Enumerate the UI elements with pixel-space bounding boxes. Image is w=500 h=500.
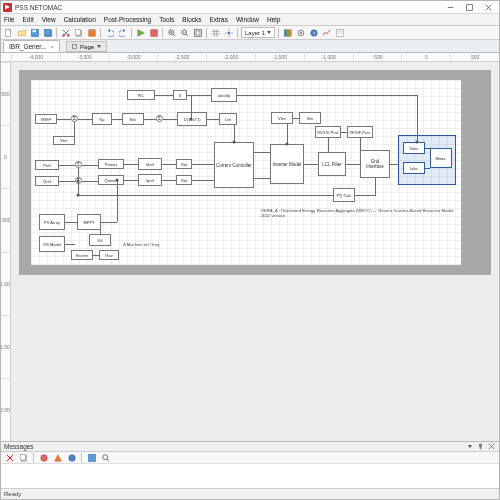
block-idref[interactable]: Idref xyxy=(138,158,162,170)
snap-toggle-icon[interactable] xyxy=(223,27,234,38)
msg-find-icon[interactable] xyxy=(100,452,111,463)
messages-title: Messages xyxy=(4,443,34,450)
block-kdq[interactable]: Kd xyxy=(89,234,111,246)
ruler-tick: -1,000 xyxy=(304,54,353,60)
block-iabc[interactable]: Iabc xyxy=(403,162,425,174)
block-prot-of[interactable]: OF/UF Prot. xyxy=(347,126,373,138)
panel-close-icon[interactable] xyxy=(487,442,496,451)
layer-label: Layer 1 xyxy=(245,30,265,36)
msg-copy-icon[interactable] xyxy=(18,452,29,463)
menu-tools[interactable]: Tools xyxy=(158,16,175,23)
redo-icon[interactable] xyxy=(117,27,128,38)
menu-postprocessing[interactable]: Post-Processing xyxy=(103,16,152,23)
block-kp[interactable]: Kp xyxy=(92,113,112,125)
zoom-in-icon[interactable] xyxy=(166,27,177,38)
block-prot-ov[interactable]: OV/UV Prot. xyxy=(315,126,341,138)
block-ilim[interactable]: Ilim xyxy=(299,112,321,124)
menu-file[interactable]: File xyxy=(3,16,15,23)
block-sum[interactable]: Σ xyxy=(71,115,78,122)
panel-pin-icon[interactable] xyxy=(476,442,485,451)
msg-save-icon[interactable] xyxy=(86,452,97,463)
block-sum[interactable]: Σ xyxy=(75,161,82,168)
block-dq[interactable]: abc/dq xyxy=(211,88,237,102)
msg-info-filter-icon[interactable] xyxy=(66,452,77,463)
block-satd[interactable]: Sat xyxy=(176,159,192,169)
menu-window[interactable]: Window xyxy=(235,16,260,23)
block-mppt[interactable]: MPPT xyxy=(77,214,101,230)
library-icon[interactable] xyxy=(282,27,293,38)
block-meas[interactable]: Meas. xyxy=(430,148,452,168)
zoom-out-icon[interactable] xyxy=(179,27,190,38)
minimize-button[interactable] xyxy=(441,2,459,13)
block-satq[interactable]: Sat xyxy=(176,175,192,185)
run-icon[interactable] xyxy=(135,27,146,38)
maximize-button[interactable] xyxy=(460,2,478,13)
layer-dropdown[interactable]: Layer 1 xyxy=(241,27,275,38)
menu-help[interactable]: Help xyxy=(266,16,281,23)
chevron-down-icon xyxy=(97,45,101,48)
block-vabc[interactable]: Vabc xyxy=(403,142,425,154)
block-pmeas[interactable]: Pmeas xyxy=(98,159,124,169)
menu-extras[interactable]: Extras xyxy=(209,16,229,23)
block-grid[interactable]: Grid Interface xyxy=(360,150,390,178)
panel-dropdown-icon[interactable] xyxy=(465,442,474,451)
close-button[interactable] xyxy=(479,2,497,13)
block-vlim[interactable]: Vlim xyxy=(271,112,293,124)
block-machine[interactable]: SG Model xyxy=(39,236,65,252)
menu-blocks[interactable]: Blocks xyxy=(181,16,202,23)
paste-icon[interactable] xyxy=(86,27,97,38)
open-file-icon[interactable] xyxy=(16,27,27,38)
block-ki[interactable]: Ki/s xyxy=(122,113,144,125)
block-iqref[interactable]: Iqref xyxy=(138,174,162,186)
msg-clear-icon[interactable] xyxy=(4,452,15,463)
svg-marker-17 xyxy=(137,29,143,35)
grid-toggle-icon[interactable] xyxy=(210,27,221,38)
block-sum[interactable]: Σ xyxy=(156,115,163,122)
menu-view[interactable]: View xyxy=(41,16,57,23)
cut-icon[interactable] xyxy=(60,27,71,38)
zoom-fit-icon[interactable] xyxy=(192,27,203,38)
new-file-icon[interactable] xyxy=(3,27,14,38)
block-pll[interactable]: PLL xyxy=(127,90,155,100)
ruler-horizontal: -4,000 -3,500 -3,000 -2,500 -2,000 -1,50… xyxy=(1,53,499,62)
block-pvsrc[interactable]: PV Array xyxy=(39,214,65,230)
menu-calculation[interactable]: Calculation xyxy=(63,16,97,23)
save-all-icon[interactable] xyxy=(42,27,53,38)
block-gov[interactable]: Gov xyxy=(99,250,119,260)
block-exc[interactable]: Exciter xyxy=(71,250,93,260)
block-vref[interactable]: VREF xyxy=(35,114,57,124)
help-icon[interactable]: ? xyxy=(308,27,319,38)
msg-error-filter-icon[interactable] xyxy=(38,452,49,463)
report-icon[interactable] xyxy=(334,27,345,38)
undo-icon[interactable] xyxy=(104,27,115,38)
page-tab[interactable]: Page xyxy=(66,41,107,52)
messages-area[interactable] xyxy=(1,464,499,488)
file-tab[interactable]: IBR_Gener... × xyxy=(3,40,60,52)
svg-rect-29 xyxy=(284,29,286,35)
diagram-grid: VREF Σ Kp Ki/s Σ 1/(1+sT1) Lim xyxy=(31,80,461,265)
plot-icon[interactable] xyxy=(321,27,332,38)
block-lim[interactable]: Lim xyxy=(219,113,237,125)
block-qref[interactable]: Qref xyxy=(35,176,59,186)
app-title: PSS NETOMAC xyxy=(15,4,62,11)
copy-icon[interactable] xyxy=(73,27,84,38)
save-icon[interactable] xyxy=(29,27,40,38)
block-current-controller[interactable]: Current Controller xyxy=(214,142,254,188)
diagram-canvas[interactable]: VREF Σ Kp Ki/s Σ 1/(1+sT1) Lim xyxy=(11,62,499,441)
block-qmeas[interactable]: Qmeas xyxy=(98,175,124,185)
svg-rect-6 xyxy=(32,29,35,31)
msg-warning-filter-icon[interactable] xyxy=(52,452,63,463)
block-pq[interactable]: PQ Calc xyxy=(333,188,355,202)
stop-icon[interactable] xyxy=(148,27,159,38)
block-pref[interactable]: Pref xyxy=(35,160,59,170)
messages-panel-header[interactable]: Messages xyxy=(1,441,499,452)
menu-edit[interactable]: Edit xyxy=(21,16,34,23)
block-inverter[interactable]: Inverter Model xyxy=(270,144,304,184)
settings-icon[interactable] xyxy=(295,27,306,38)
svg-rect-31 xyxy=(289,29,291,35)
close-tab-icon[interactable]: × xyxy=(51,44,55,50)
block-filter[interactable]: LCL Filter xyxy=(318,152,346,176)
svg-rect-27 xyxy=(196,31,200,35)
block-verr[interactable]: Verr xyxy=(53,136,75,145)
block-theta[interactable]: θ xyxy=(173,90,187,100)
